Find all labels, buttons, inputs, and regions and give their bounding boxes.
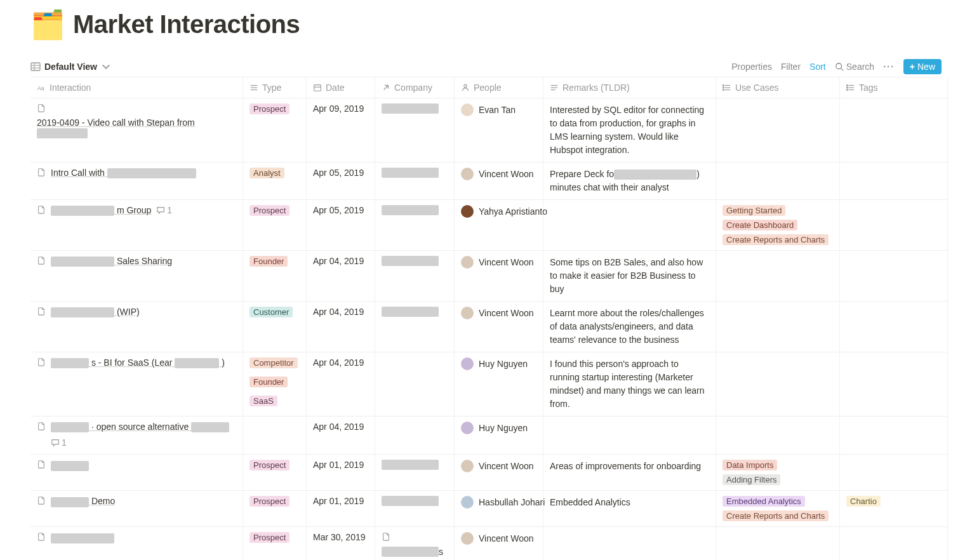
type-cell[interactable]: Customer [243, 302, 307, 352]
use-cases-cell[interactable] [716, 527, 840, 560]
column-header-use_cases[interactable]: Use Cases [716, 77, 840, 98]
people-cell[interactable]: Huy Nguyen [455, 417, 543, 455]
remarks-cell[interactable]: Interested by SQL editor for connecting … [543, 98, 716, 163]
table-row-title[interactable]: Sales Sharing [30, 251, 243, 302]
tags-cell[interactable] [840, 98, 948, 163]
people-cell[interactable]: Vincent Woon [455, 163, 543, 200]
company-cell[interactable] [375, 200, 455, 251]
table-row-title[interactable] [30, 455, 243, 491]
page-icon [37, 256, 46, 265]
use-cases-cell[interactable]: Embedded AnalyticsCreate Reports and Cha… [716, 491, 840, 527]
column-header-people[interactable]: People [455, 77, 543, 98]
company-cell[interactable] [375, 417, 455, 455]
date-cell[interactable]: Apr 04, 2019 [307, 251, 375, 302]
table-row-title[interactable] [30, 527, 243, 560]
table-row-title[interactable]: (WIP) [30, 302, 243, 352]
use-cases-cell[interactable]: Getting StartedCreate DashboardCreate Re… [716, 200, 840, 251]
tags-cell[interactable] [840, 163, 948, 200]
tags-cell[interactable]: Chartio [840, 491, 948, 527]
company-cell[interactable] [375, 455, 455, 491]
tags-cell[interactable] [840, 302, 948, 352]
use-cases-cell[interactable] [716, 163, 840, 200]
people-cell[interactable]: Vincent Woon [455, 302, 543, 352]
remarks-cell[interactable]: I found this person's approach to runnin… [543, 352, 716, 417]
people-cell[interactable]: Huy Nguyen [455, 352, 543, 417]
table-row-title[interactable]: Demo [30, 491, 243, 527]
people-cell[interactable]: Vincent Woon [455, 527, 543, 560]
tags-cell[interactable] [840, 352, 948, 417]
remarks-cell[interactable] [543, 527, 716, 560]
tags-cell[interactable] [840, 417, 948, 455]
comment-badge[interactable]: 1 [156, 205, 172, 215]
type-cell[interactable]: Prospect [243, 200, 307, 251]
use-cases-cell[interactable] [716, 302, 840, 352]
svg-text:Aa: Aa [37, 85, 44, 91]
date-cell[interactable]: Apr 04, 2019 [307, 302, 375, 352]
tags-cell[interactable] [840, 527, 948, 560]
table-row-title[interactable]: s - BI for SaaS (Lear ) [30, 352, 243, 417]
date-cell[interactable]: Apr 01, 2019 [307, 455, 375, 491]
comment-badge[interactable]: 1 [51, 437, 67, 448]
date-cell[interactable]: Apr 01, 2019 [307, 491, 375, 527]
table-row-title[interactable]: Intro Call with [30, 163, 243, 200]
tags-cell[interactable] [840, 200, 948, 251]
more-button[interactable]: ··· [883, 62, 895, 72]
search-button[interactable]: Search [835, 62, 874, 72]
company-cell[interactable] [375, 352, 455, 417]
type-cell[interactable] [243, 417, 307, 455]
column-header-type[interactable]: Type [243, 77, 307, 98]
avatar [461, 532, 474, 545]
date-cell[interactable]: Apr 04, 2019 [307, 417, 375, 455]
use-cases-cell[interactable] [716, 352, 840, 417]
date-cell[interactable]: Apr 04, 2019 [307, 352, 375, 417]
filter-button[interactable]: Filter [781, 62, 801, 72]
column-header-interaction[interactable]: AaInteraction [30, 77, 243, 98]
remarks-cell[interactable] [543, 417, 716, 455]
use-cases-cell[interactable]: Data ImportsAdding Filters [716, 455, 840, 491]
date-cell[interactable]: Apr 09, 2019 [307, 98, 375, 163]
type-cell[interactable]: Prospect [243, 527, 307, 560]
company-cell[interactable] [375, 251, 455, 302]
type-cell[interactable]: Prospect [243, 491, 307, 527]
sort-button[interactable]: Sort [809, 62, 826, 72]
tags-cell[interactable] [840, 455, 948, 491]
date-cell[interactable]: Mar 30, 2019 [307, 527, 375, 560]
use-cases-cell[interactable] [716, 98, 840, 163]
tags-cell[interactable] [840, 251, 948, 302]
column-header-tags[interactable]: Tags [840, 77, 948, 98]
company-cell[interactable] [375, 302, 455, 352]
properties-button[interactable]: Properties [731, 62, 772, 72]
remarks-cell[interactable] [543, 200, 716, 251]
company-cell[interactable] [375, 491, 455, 527]
date-cell[interactable]: Apr 05, 2019 [307, 200, 375, 251]
type-cell[interactable]: Analyst [243, 163, 307, 200]
type-cell[interactable]: Prospect [243, 98, 307, 163]
column-header-remarks[interactable]: Remarks (TLDR) [543, 77, 716, 98]
view-selector[interactable]: Default View [30, 62, 111, 72]
remarks-cell[interactable]: Prepare Deck fo) minutes chat with their… [543, 163, 716, 200]
table-row-title[interactable]: · open source alternative 1 [30, 417, 243, 455]
table-row-title[interactable]: m Group 1 [30, 200, 243, 251]
type-cell[interactable]: Founder [243, 251, 307, 302]
people-cell[interactable]: Vincent Woon [455, 455, 543, 491]
new-button[interactable]: + New [903, 59, 942, 74]
column-header-date[interactable]: Date [307, 77, 375, 98]
people-cell[interactable]: Evan Tan [455, 98, 543, 163]
company-cell[interactable] [375, 163, 455, 200]
remarks-cell[interactable]: Areas of improvements for onboarding [543, 455, 716, 491]
remarks-cell[interactable]: Embedded Analytics [543, 491, 716, 527]
people-cell[interactable]: Vincent Woon [455, 251, 543, 302]
people-cell[interactable]: Yahya Apristianto [455, 200, 543, 251]
company-cell[interactable] [375, 98, 455, 163]
type-cell[interactable]: Prospect [243, 455, 307, 491]
table-row-title[interactable]: 2019-0409 - Video call with Stepan from [30, 98, 243, 163]
date-cell[interactable]: Apr 05, 2019 [307, 163, 375, 200]
company-cell[interactable]: s [375, 527, 455, 560]
remarks-cell[interactable]: Some tips on B2B Sales, and also how to … [543, 251, 716, 302]
use-cases-cell[interactable] [716, 251, 840, 302]
remarks-cell[interactable]: Learnt more about the roles/challenges o… [543, 302, 716, 352]
people-cell[interactable]: Hasbullah Johari [455, 491, 543, 527]
type-cell[interactable]: CompetitorFounderSaaS [243, 352, 307, 417]
use-cases-cell[interactable] [716, 417, 840, 455]
column-header-company[interactable]: Company [375, 77, 455, 98]
